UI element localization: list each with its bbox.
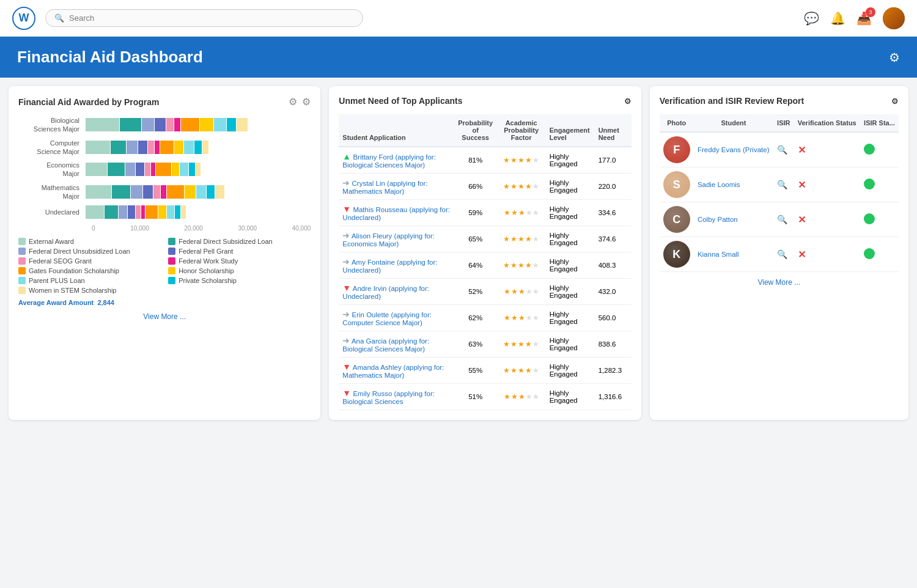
legend-label: Parent PLUS Loan xyxy=(29,277,85,284)
applicants-settings-icon[interactable]: ⚙ xyxy=(624,97,632,106)
chart-filter-icon[interactable]: ⚙ xyxy=(289,96,297,108)
isir-search-icon[interactable]: 🔍 xyxy=(777,145,787,155)
legend-label: Gates Foundation Scholarship xyxy=(29,267,119,274)
bar-segment xyxy=(128,205,135,219)
star-filled: ★ xyxy=(518,340,525,348)
verification-panel-header: Verification and ISIR Review Report ⚙ xyxy=(660,96,899,106)
isir-search-icon[interactable]: 🔍 xyxy=(777,249,787,259)
trend-arrow-up: ▲ xyxy=(342,152,351,161)
bar-segment xyxy=(167,205,174,219)
star-filled: ★ xyxy=(503,235,510,243)
unmet-need-cell: 334.6 xyxy=(595,200,632,226)
legend-color-swatch xyxy=(168,238,175,245)
col-engagement: Engagement Level xyxy=(546,114,595,147)
legend-color-swatch xyxy=(18,267,26,274)
star-filled: ★ xyxy=(511,314,518,322)
probability-cell: 64% xyxy=(454,252,497,279)
chart-settings-icon[interactable]: ⚙ xyxy=(302,96,311,108)
chart-bar-row: Undeclared xyxy=(18,205,311,219)
applicant-link[interactable]: Brittany Ford (applying for: Biological … xyxy=(342,153,436,169)
vcol-photo: Photo xyxy=(660,114,694,132)
applicant-link[interactable]: Crystal Lin (applying for: Mathematics M… xyxy=(342,180,427,195)
stars-cell: ★★★★★ xyxy=(497,305,546,331)
bar-segment xyxy=(105,205,118,219)
bar-label: Mathematics Major xyxy=(18,183,86,201)
student-name-cell: Colby Patton xyxy=(694,202,773,237)
probability-cell: 51% xyxy=(454,384,497,410)
chat-icon[interactable]: 💬 xyxy=(804,11,819,26)
legend-item: Federal Direct Subsidized Loan xyxy=(168,238,311,245)
inbox-icon[interactable]: 📥 3 xyxy=(856,11,872,26)
bar-segment xyxy=(181,118,199,131)
legend-color-swatch xyxy=(168,267,175,274)
legend-label: Honor Scholarship xyxy=(179,267,234,274)
isir-status-green xyxy=(864,178,875,189)
bar-segment xyxy=(156,163,171,176)
probability-cell: 55% xyxy=(454,358,497,384)
chart-axis: 0 10,000 20,000 30,000 40,000 xyxy=(18,225,311,232)
applicants-title: Unmet Need of Top Applicants xyxy=(339,96,462,106)
star-filled: ★ xyxy=(518,366,525,375)
probability-cell: 65% xyxy=(454,226,497,252)
isir-search-icon[interactable]: 🔍 xyxy=(777,180,787,189)
verification-settings-icon[interactable]: ⚙ xyxy=(891,97,899,106)
isir-cell[interactable]: 🔍 xyxy=(773,202,794,237)
legend-item: Gates Foundation Scholarship xyxy=(18,267,161,274)
bar-segments xyxy=(86,141,311,154)
applicant-link[interactable]: Andre Irvin (applying for: Undeclared) xyxy=(342,285,429,300)
star-filled: ★ xyxy=(504,392,511,401)
notification-icon[interactable]: 🔔 xyxy=(830,11,845,26)
page-header: Financial Aid Dashboard ⚙ xyxy=(0,37,917,78)
verification-view-more[interactable]: View More ... xyxy=(660,278,899,287)
verification-status-cell: ✕ xyxy=(794,167,860,202)
legend-color-swatch xyxy=(168,277,175,284)
isir-cell[interactable]: 🔍 xyxy=(773,167,794,202)
search-icon: 🔍 xyxy=(54,13,64,23)
legend-label: Federal Direct Unsubsidized Loan xyxy=(29,248,130,255)
table-row: ▼ Mathis Rousseau (applying for: Undecla… xyxy=(339,200,631,226)
col-probability: Probability of Success xyxy=(454,114,497,147)
probability-cell: 62% xyxy=(454,305,497,331)
legend-label: Federal SEOG Grant xyxy=(29,257,92,265)
isir-search-icon[interactable]: 🔍 xyxy=(777,215,787,224)
bar-label: Computer Science Major xyxy=(18,139,86,156)
stars-cell: ★★★★★ xyxy=(497,147,546,174)
student-link[interactable]: Sadie Loomis xyxy=(698,181,740,188)
applicant-link[interactable]: Amy Fontaine (applying for: Undeclared) xyxy=(342,259,437,274)
bar-segment xyxy=(138,141,147,154)
applicant-link[interactable]: Alison Fleury (applying for: Economics M… xyxy=(342,232,435,248)
bar-segment xyxy=(127,141,138,154)
applicant-link[interactable]: Mathis Rousseau (applying for: Undeclare… xyxy=(342,206,450,221)
search-bar[interactable]: 🔍 xyxy=(45,9,363,27)
applicant-link[interactable]: Erin Oulette (applying for: Computer Sci… xyxy=(342,311,432,326)
applicants-panel-header: Unmet Need of Top Applicants ⚙ xyxy=(339,96,631,106)
chart-panel-icons: ⚙ ⚙ xyxy=(289,96,311,108)
star-filled: ★ xyxy=(510,182,518,191)
engagement-cell: Highly Engaged xyxy=(546,252,595,279)
star-empty: ★ xyxy=(526,209,532,216)
isir-cell[interactable]: 🔍 xyxy=(773,132,794,167)
probability-cell: 81% xyxy=(454,147,497,174)
settings-icon[interactable]: ⚙ xyxy=(889,50,900,65)
star-filled: ★ xyxy=(510,156,518,164)
star-filled: ★ xyxy=(525,235,532,243)
chart-view-more[interactable]: View More ... xyxy=(18,312,311,321)
table-row: ▼ Emily Russo (applying for: Biological … xyxy=(339,384,631,410)
student-link[interactable]: Colby Patton xyxy=(698,216,738,223)
star-empty: ★ xyxy=(526,393,532,400)
student-link[interactable]: Freddy Evans (Private) xyxy=(698,146,770,153)
star-filled: ★ xyxy=(504,314,511,322)
avatar[interactable] xyxy=(883,7,905,29)
isir-cell[interactable]: 🔍 xyxy=(773,237,794,272)
applicant-link[interactable]: Ana Garcia (applying for: Biological Sci… xyxy=(342,337,429,353)
applicant-link[interactable]: Amanda Ashley (applying for: Mathematics… xyxy=(342,364,444,379)
star-empty: ★ xyxy=(532,209,539,216)
bar-segment xyxy=(86,163,107,176)
bar-segment xyxy=(155,141,160,154)
bar-segment xyxy=(175,205,180,219)
applicant-link[interactable]: Emily Russo (applying for: Biological Sc… xyxy=(342,390,435,405)
bar-segment xyxy=(172,163,179,176)
search-input[interactable] xyxy=(69,13,354,23)
verification-table: Photo Student ISIR Verification Status I… xyxy=(660,114,899,272)
student-link[interactable]: Kianna Small xyxy=(698,251,739,258)
